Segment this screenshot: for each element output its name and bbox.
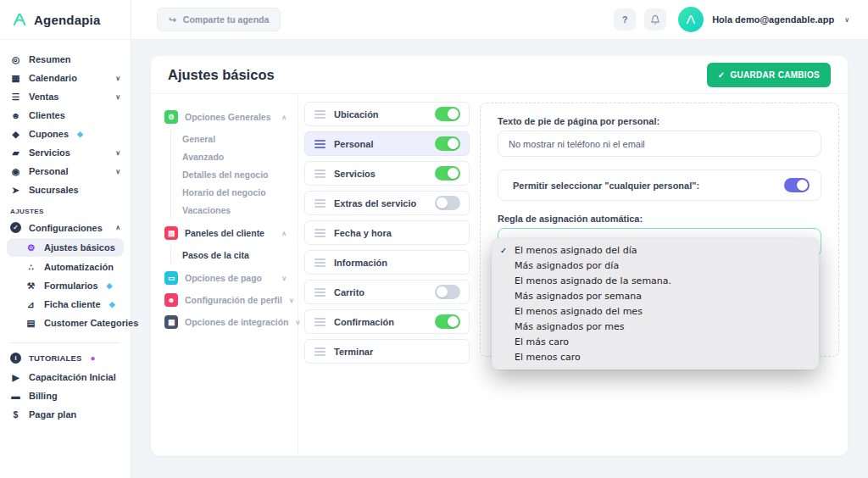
dropdown-option[interactable]: El menos asignado de la semana. (492, 273, 819, 288)
step-row-ubicacion[interactable]: Ubicación (304, 102, 470, 126)
sidebar-item-cupones[interactable]: ◆ Cupones ◆ (0, 125, 131, 143)
location-arrow-icon: ➤ (10, 185, 21, 195)
avatar[interactable] (678, 7, 704, 32)
nav-group-opciones-de-integracion[interactable]: ▦ Opciones de integración ∨ (164, 311, 289, 333)
step-row-servicios[interactable]: Servicios (304, 161, 470, 186)
drag-handle-icon[interactable] (314, 170, 326, 178)
sidebar-item-ventas[interactable]: ☰ Ventas ∨ (0, 87, 131, 106)
notifications-button[interactable] (644, 8, 666, 31)
step-label: Información (334, 258, 387, 268)
sidebar-item-sucursales[interactable]: ➤ Sucursales (0, 181, 131, 199)
step-toggle[interactable] (435, 314, 460, 329)
step-label: Carrito (334, 287, 364, 297)
wrench-icon: ⚒ (25, 281, 36, 291)
sidebar-item-label: Clientes (29, 110, 65, 120)
step-toggle[interactable] (435, 285, 460, 299)
step-label: Confirmación (334, 317, 394, 327)
sidebar-item-pagar-plan[interactable]: $ Pagar plan (0, 405, 131, 424)
chevron-down-icon: ∨ (115, 93, 120, 101)
assignment-rule-label: Regla de asignación automática: (498, 214, 821, 224)
sidebar-item-personal[interactable]: ◉ Personal ∨ (0, 162, 131, 181)
step-toggle[interactable] (435, 107, 460, 121)
drag-handle-icon[interactable] (314, 229, 326, 237)
nav-group-configuracion-de-perfil[interactable]: ☻ Configuración de perfil ∨ (164, 289, 289, 311)
nav-item-detalles-del-negocio[interactable]: Detalles del negocio (182, 165, 289, 183)
sidebar-item-label: Resumen (29, 54, 71, 64)
any-staff-setting: Permitir seleccionar "cualquier personal… (498, 170, 821, 201)
nav-group-opciones-generales[interactable]: ⚙ Opciones Generales ∧ (164, 106, 289, 128)
step-row-terminar[interactable]: Terminar (304, 339, 470, 364)
dropdown-option[interactable]: El menos asignado del mes (492, 303, 819, 319)
sidebar-item-configuraciones[interactable]: ✓ Configuraciones ∧ (0, 218, 131, 237)
dashboard-icon: ◎ (10, 54, 21, 64)
sidebar-item-tutoriales[interactable]: i TUTORIALES ● (0, 348, 131, 368)
drag-handle-icon[interactable] (314, 110, 326, 119)
nav-group-label: Opciones Generales (185, 112, 271, 122)
step-row-informacion[interactable]: Información (304, 250, 470, 275)
dropdown-option[interactable]: Más asignados por día (492, 258, 819, 273)
tag-icon: ◆ (10, 129, 21, 139)
dropdown-option[interactable]: Más asignados por mes (492, 319, 819, 334)
nav-item-horario-del-negocio[interactable]: Horario del negocio (182, 183, 289, 201)
drag-handle-icon[interactable] (314, 318, 326, 326)
logo[interactable]: Agendapia (0, 0, 131, 40)
step-label: Servicios (334, 169, 376, 179)
sidebar-item-label: Ajustes básicos (44, 242, 115, 253)
drag-handle-icon[interactable] (314, 258, 326, 267)
dropdown-option[interactable]: El más caro (492, 334, 819, 349)
nav-item-vacaciones[interactable]: Vacaciones (182, 201, 289, 219)
share-agenda-button[interactable]: ↪ Comparte tu agenda (157, 8, 281, 31)
credit-card-icon: ▬ (10, 391, 21, 401)
save-changes-button[interactable]: ✓ GUARDAR CAMBIOS (707, 63, 831, 87)
folder-icon: ▰ (10, 147, 21, 158)
help-button[interactable]: ? (614, 8, 636, 31)
share-nodes-icon: ∴ (25, 262, 36, 272)
sidebar-item-automatizacion[interactable]: ∴ Automatización (0, 258, 131, 276)
drag-handle-icon[interactable] (314, 140, 326, 148)
dropdown-option[interactable]: El menos caro (492, 349, 819, 364)
sidebar-item-formularios[interactable]: ⚒ Formularios ◆ (0, 276, 131, 295)
play-icon: ▶ (10, 372, 21, 382)
sidebar-item-capacitacion-inicial[interactable]: ▶ Capacitación Inicial (0, 368, 131, 386)
step-row-confirmacion[interactable]: Confirmación (304, 309, 470, 334)
nav-item-general[interactable]: General (182, 130, 289, 147)
drag-handle-icon[interactable] (314, 288, 326, 297)
step-row-personal[interactable]: Personal (304, 131, 470, 156)
sidebar-item-label: Pagar plan (29, 409, 76, 420)
step-toggle[interactable] (435, 166, 460, 181)
nav-group-paneles-del-cliente[interactable]: ▧ Paneles del cliente ∧ (164, 222, 289, 244)
sidebar-item-customer-categories[interactable]: ▤ Customer Categories (0, 314, 131, 332)
step-label: Personal (334, 139, 373, 149)
user-greeting[interactable]: Hola demo@agendable.app (712, 14, 834, 25)
drag-handle-icon[interactable] (314, 199, 326, 208)
sidebar-item-ajustes-basicos[interactable]: ⚙ Ajustes básicos (7, 238, 124, 257)
chevron-down-icon[interactable]: ∨ (844, 16, 849, 24)
sidebar-item-label: Sucursales (29, 185, 79, 195)
step-toggle[interactable] (435, 196, 460, 210)
sidebar-item-calendario[interactable]: ▦ Calendario ∨ (0, 69, 131, 87)
footer-text-input[interactable] (498, 131, 821, 157)
nav-group-opciones-de-pago[interactable]: ▭ Opciones de pago ∨ (164, 267, 289, 289)
sidebar-section-ajustes: AJUSTES (0, 199, 131, 218)
agendapia-avatar-icon (684, 13, 698, 26)
step-row-fecha-y-hora[interactable]: Fecha y hora (304, 220, 470, 245)
sidebar-item-servicios[interactable]: ▰ Servicios ∨ (0, 143, 131, 162)
drag-handle-icon[interactable] (314, 347, 326, 356)
step-toggle[interactable] (435, 136, 460, 151)
sidebar-item-label: Ventas (29, 92, 58, 102)
sidebar-item-label: Capacitación Inicial (29, 372, 116, 382)
dropdown-option-selected[interactable]: ✓ El menos asignado del día (492, 242, 819, 258)
step-row-carrito[interactable]: Carrito (304, 280, 470, 304)
any-staff-toggle[interactable] (784, 178, 810, 192)
sidebar-item-clientes[interactable]: ☻ Clientes (0, 106, 131, 125)
nav-group-label: Opciones de integración (185, 317, 289, 327)
sidebar-item-billing[interactable]: ▬ Billing (0, 386, 131, 405)
step-row-extras-del-servicio[interactable]: Extras del servicio (304, 191, 470, 215)
sidebar-item-resumen[interactable]: ◎ Resumen (0, 50, 131, 69)
sidebar-item-ficha-cliente[interactable]: ⊿ Ficha cliente ◆ (0, 295, 131, 314)
dropdown-option[interactable]: Más asignados por semana (492, 288, 819, 303)
nav-item-pasos-de-la-cita[interactable]: Pasos de la cita (182, 246, 289, 264)
ruler-icon: ⊿ (25, 299, 36, 309)
nav-item-avanzado[interactable]: Avanzado (182, 147, 289, 165)
purple-dot-icon: ● (91, 353, 96, 363)
